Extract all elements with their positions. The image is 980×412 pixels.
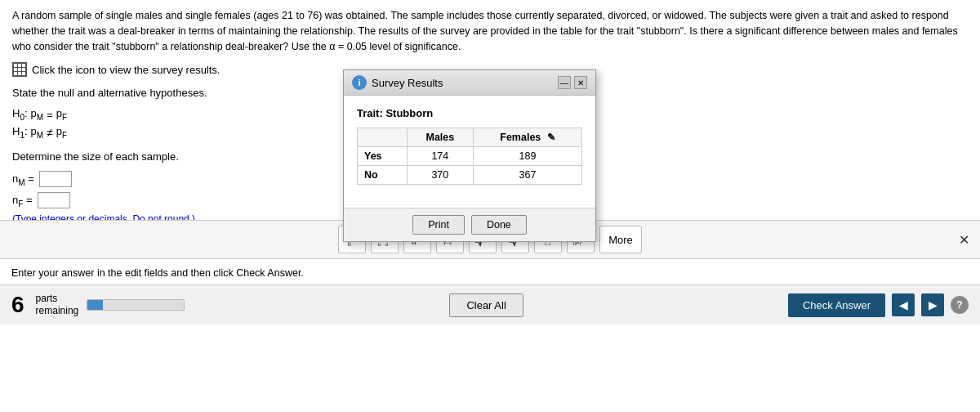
- h1-label: H1:: [12, 125, 28, 140]
- click-icon-text: Click the icon to view the survey result…: [32, 64, 220, 76]
- h0-equals: =: [47, 109, 53, 121]
- parts-label-top: parts: [36, 293, 79, 306]
- description-text: A random sample of single males and sing…: [12, 8, 960, 54]
- females-edit-icon[interactable]: ✎: [547, 132, 555, 143]
- help-button[interactable]: ?: [951, 296, 969, 314]
- row-yes-males: 174: [407, 147, 473, 166]
- parts-label: parts remaining: [36, 293, 79, 318]
- parts-number: 6: [11, 292, 24, 318]
- modal-close-btn[interactable]: ✕: [574, 76, 587, 89]
- toolbar-close-btn[interactable]: ✕: [956, 231, 972, 248]
- progress-bar-fill: [87, 300, 103, 310]
- h1-pf: pF: [56, 125, 67, 140]
- prev-arrow-button[interactable]: ◀: [892, 293, 915, 316]
- nf-label: nF =: [12, 194, 33, 208]
- h0-pm: pM: [31, 107, 44, 122]
- survey-modal: i Survey Results — ✕ Trait: Stubborn Mal…: [343, 69, 596, 242]
- survey-table: Males Females ✎ Yes 174 189 No: [357, 128, 582, 185]
- modal-title-left: i Survey Results: [352, 75, 443, 90]
- bottom-right: Check Answer ◀ ▶ ?: [788, 293, 969, 317]
- modal-controls: — ✕: [558, 76, 587, 89]
- progress-bar-container: [87, 299, 185, 311]
- row-yes-label: Yes: [358, 147, 408, 166]
- bottom-center: Clear All: [193, 293, 780, 317]
- table-row-no: No 370 367: [358, 166, 582, 185]
- row-no-females: 367: [474, 166, 582, 185]
- modal-body: Trait: Stubborn Males Females ✎ Yes: [344, 96, 595, 208]
- done-button[interactable]: Done: [471, 215, 527, 235]
- more-button[interactable]: More: [599, 226, 642, 253]
- grid-icon[interactable]: [12, 62, 27, 77]
- nm-label: nM =: [12, 172, 34, 187]
- enter-answer-text: Enter your answer in the edit fields and…: [0, 267, 315, 279]
- col-header-males: Males: [407, 128, 473, 147]
- modal-titlebar: i Survey Results — ✕: [344, 70, 595, 96]
- col-header-empty: [358, 128, 408, 147]
- row-no-males: 370: [407, 166, 473, 185]
- h0-label: H0:: [12, 107, 28, 122]
- row-yes-females: 189: [474, 147, 582, 166]
- print-button[interactable]: Print: [412, 215, 465, 235]
- nm-input[interactable]: [39, 171, 72, 187]
- col-header-females: Females ✎: [474, 128, 582, 147]
- svg-text:d: d: [385, 242, 388, 247]
- bottom-bar: 6 parts remaining Clear All Check Answer…: [0, 284, 980, 325]
- table-row-yes: Yes 174 189: [358, 147, 582, 166]
- row-no-label: No: [358, 166, 408, 185]
- modal-footer: Print Done: [344, 208, 595, 241]
- clear-all-button[interactable]: Clear All: [449, 293, 523, 317]
- svg-text:b: b: [378, 242, 381, 247]
- info-icon: i: [352, 75, 367, 90]
- check-answer-button[interactable]: Check Answer: [788, 293, 885, 317]
- modal-minimize-btn[interactable]: —: [558, 76, 571, 89]
- nf-input[interactable]: [38, 192, 70, 208]
- next-arrow-button[interactable]: ▶: [921, 293, 944, 316]
- h1-neq: ≠: [47, 126, 53, 139]
- svg-text:b: b: [348, 241, 351, 247]
- trait-label: Trait: Stubborn: [357, 107, 582, 119]
- h0-pf: pF: [56, 107, 67, 122]
- parts-label-bottom: remaining: [36, 305, 79, 318]
- modal-title-text: Survey Results: [372, 77, 443, 89]
- h1-pm: pM: [31, 125, 44, 140]
